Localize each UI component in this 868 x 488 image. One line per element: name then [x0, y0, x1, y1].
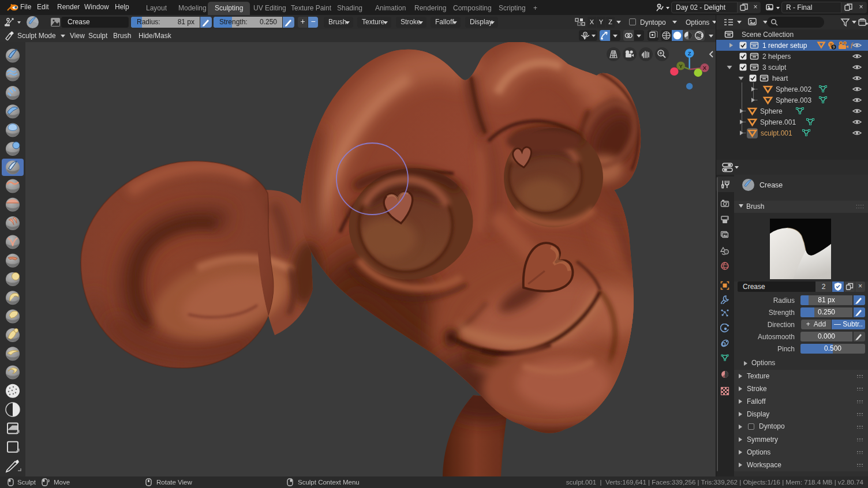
- svg-text:Z: Z: [688, 50, 691, 57]
- svg-text:Y: Y: [679, 63, 683, 69]
- svg-text:9: 9: [832, 44, 835, 50]
- svg-text:X: X: [703, 65, 707, 71]
